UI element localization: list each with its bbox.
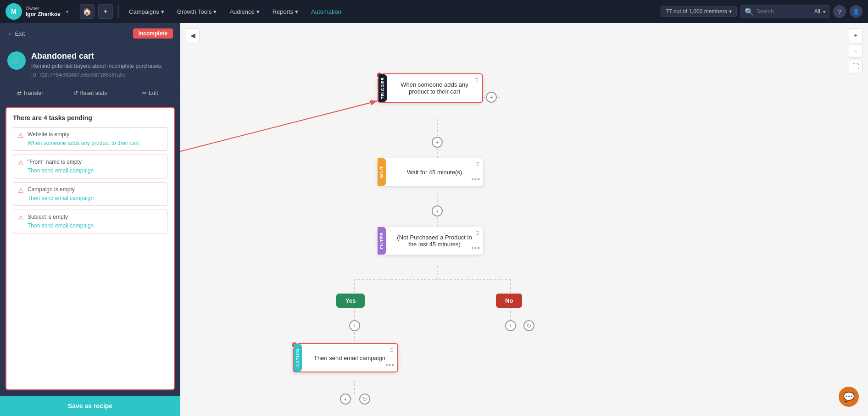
- nav-automation[interactable]: Automation: [306, 6, 346, 18]
- task-content-2: "From" name is empty Then send email cam…: [28, 159, 94, 174]
- task-label-2: "From" name is empty: [28, 159, 94, 165]
- task-item-1: ⚠ Website is empty When someone adds any…: [13, 127, 167, 151]
- user-info: Owner Igor Zharikov: [26, 6, 61, 17]
- task-error-icon-1: ⚠: [18, 132, 24, 139]
- sidebar-header: ← Exit Incomplete: [0, 23, 180, 44]
- task-label-3: Campaign is empty: [28, 186, 94, 193]
- main-layout: ← Exit Incomplete 🛒 Abandoned cart Remin…: [0, 23, 868, 416]
- automation-details: Abandoned cart Remind potential buyers a…: [31, 51, 162, 78]
- user-menu-chevron[interactable]: ▾: [66, 9, 68, 14]
- task-link-4[interactable]: Then send email campaign: [28, 222, 94, 229]
- action-doc-icon: 🗒: [389, 347, 395, 353]
- nav-campaigns[interactable]: Campaigns▾: [124, 6, 169, 18]
- nav-divider-2: [118, 5, 119, 18]
- sidebar-tabs: ⇄ Transfer ↺ Reset stats ✏ Edit: [0, 85, 180, 101]
- nav-right-section: 77 out of 1,000 members ▾ 🔍 All ▾ ? 👤: [661, 5, 862, 18]
- wait-strip: Wait: [378, 158, 386, 186]
- no-branch-node[interactable]: No: [496, 294, 522, 308]
- tab-edit[interactable]: ✏ Edit: [120, 85, 180, 101]
- filter-content: 🗒 (Not Purchased a Product in the last 4…: [386, 227, 483, 255]
- top-navigation: M Owner Igor Zharikov ▾ 🏠 + Campaigns▾ G…: [0, 0, 868, 23]
- task-error-icon-3: ⚠: [18, 187, 24, 194]
- add-below-trigger[interactable]: +: [432, 137, 443, 148]
- canvas-zoom-controls: + − ⛶: [849, 28, 862, 73]
- wait-content: 🗒 Wait for 45 minute(s) •••: [386, 158, 483, 186]
- trigger-doc-icon: 🗒: [474, 77, 479, 83]
- add-below-action[interactable]: +: [340, 394, 351, 405]
- nav-audience[interactable]: Audience▾: [225, 6, 264, 18]
- refresh-no[interactable]: ↻: [523, 320, 534, 331]
- tab-reset-stats[interactable]: ↺ Reset stats: [60, 85, 120, 101]
- yes-branch-node[interactable]: Yes: [336, 294, 365, 308]
- task-error-icon-2: ⚠: [18, 159, 24, 166]
- automation-info: 🛒 Abandoned cart Remind potential buyers…: [0, 44, 180, 85]
- task-content-3: Campaign is empty Then send email campai…: [28, 186, 94, 202]
- tab-transfer[interactable]: ⇄ Transfer: [0, 85, 60, 101]
- filter-strip: Filter: [378, 227, 386, 255]
- collapse-sidebar-button[interactable]: ◀: [186, 28, 200, 42]
- trigger-content: 🗒 When someone adds any product to their…: [387, 74, 482, 102]
- members-counter[interactable]: 77 out of 1,000 members ▾: [661, 6, 736, 17]
- incomplete-badge: Incomplete: [133, 28, 173, 39]
- task-item-2: ⚠ "From" name is empty Then send email c…: [13, 155, 167, 178]
- trigger-strip: Trigger: [378, 74, 387, 102]
- task-link-3[interactable]: Then send email campaign: [28, 195, 94, 201]
- filter-options-button[interactable]: •••: [471, 244, 480, 252]
- nav-growth-tools[interactable]: Growth Tools▾: [172, 6, 222, 18]
- wait-node[interactable]: Wait 🗒 Wait for 45 minute(s) •••: [378, 158, 483, 186]
- tasks-title: There are 4 tasks pending: [13, 114, 167, 122]
- filter-node[interactable]: Filter 🗒 (Not Purchased a Product in the…: [378, 227, 483, 255]
- collapse-icon[interactable]: ◀: [186, 28, 200, 42]
- automation-title: Abandoned cart: [31, 51, 162, 61]
- trigger-node[interactable]: ! Trigger 🗒 When someone adds any produc…: [378, 73, 483, 103]
- search-input[interactable]: [757, 8, 812, 15]
- svg-line-0: [180, 101, 378, 151]
- add-below-wait[interactable]: +: [432, 205, 443, 216]
- home-button[interactable]: 🏠: [80, 4, 95, 19]
- nav-reports[interactable]: Reports▾: [268, 6, 303, 18]
- automation-description: Remind potential buyers about incomplete…: [31, 63, 162, 69]
- app-logo: M: [6, 3, 22, 20]
- connector-svg: [180, 23, 868, 416]
- task-link-2[interactable]: Then send email campaign: [28, 167, 94, 174]
- add-below-yes[interactable]: +: [349, 320, 360, 331]
- tasks-panel: There are 4 tasks pending ⚠ Website is e…: [6, 107, 175, 390]
- action-options-button[interactable]: •••: [385, 361, 395, 369]
- add-button[interactable]: +: [98, 4, 113, 19]
- nav-divider: [74, 5, 74, 18]
- action-text: Then send email campaign: [314, 355, 385, 361]
- task-content-4: Subject is empty Then send email campaig…: [28, 214, 94, 229]
- add-below-no[interactable]: +: [505, 320, 516, 331]
- save-recipe-button[interactable]: Save as recipe: [0, 396, 180, 416]
- task-link-1[interactable]: When someone adds any product to their c…: [28, 140, 139, 146]
- search-icon: 🔍: [745, 7, 754, 16]
- automation-avatar: 🛒: [7, 51, 26, 70]
- fullscreen-button[interactable]: ⛶: [849, 60, 862, 73]
- filter-doc-icon: 🗒: [475, 230, 480, 236]
- automation-canvas[interactable]: ◀ + − ⛶: [180, 23, 868, 416]
- exit-button[interactable]: ← Exit: [7, 30, 25, 37]
- action-node[interactable]: ! Action 🗒 Then send email campaign •••: [293, 343, 398, 372]
- task-item-3: ⚠ Campaign is empty Then send email camp…: [13, 182, 167, 206]
- refresh-action[interactable]: ↻: [359, 394, 370, 405]
- zoom-out-button[interactable]: −: [849, 44, 862, 58]
- task-label-1: Website is empty: [28, 131, 139, 138]
- wait-options-button[interactable]: •••: [471, 176, 480, 183]
- wait-text: Wait for 45 minute(s): [407, 169, 462, 176]
- task-label-4: Subject is empty: [28, 214, 94, 220]
- action-content: 🗒 Then send email campaign •••: [302, 344, 397, 372]
- task-error-icon-4: ⚠: [18, 214, 24, 222]
- task-content-1: Website is empty When someone adds any p…: [28, 131, 139, 147]
- add-after-trigger-right[interactable]: +: [486, 92, 497, 103]
- filter-text: (Not Purchased a Product in the last 45 …: [392, 234, 477, 248]
- zoom-in-button[interactable]: +: [849, 28, 862, 42]
- task-item-4: ⚠ Subject is empty Then send email campa…: [13, 210, 167, 233]
- automation-id: ID: 722c7784ef82487eb5c06f7186187a0a: [31, 72, 162, 78]
- trigger-text: When someone adds any product to their c…: [393, 81, 476, 95]
- chat-support-button[interactable]: 💬: [839, 387, 859, 407]
- global-search[interactable]: 🔍 All ▾: [740, 5, 829, 18]
- sidebar: ← Exit Incomplete 🛒 Abandoned cart Remin…: [0, 23, 180, 416]
- help-button[interactable]: ?: [833, 5, 846, 18]
- account-button[interactable]: 👤: [850, 5, 862, 18]
- wait-doc-icon: 🗒: [475, 161, 480, 167]
